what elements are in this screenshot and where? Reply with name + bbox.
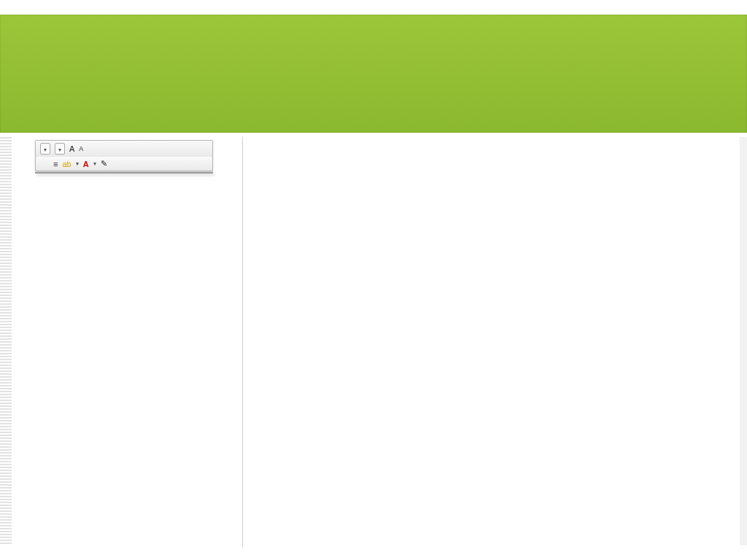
format-painter-icon[interactable]: ✎ (101, 159, 107, 168)
title-band (0, 15, 747, 133)
font-name-selector[interactable]: ▾ (40, 143, 50, 155)
highlight-icon[interactable]: ab (62, 160, 71, 168)
left-decoration-rail (0, 137, 12, 545)
grow-font-icon[interactable]: A (69, 144, 74, 153)
font-color-icon[interactable]: A (83, 160, 89, 168)
align-icon[interactable]: ≡ (53, 160, 58, 168)
slide-title (0, 15, 747, 39)
mini-toolbar-row2[interactable]: ≡ ab▾ A▾ ✎ (35, 157, 213, 171)
shrink-font-icon[interactable]: A (79, 145, 83, 152)
context-menu[interactable] (35, 172, 213, 174)
mini-toolbar[interactable]: ▾ ▾ A A (35, 140, 213, 158)
word-screenshot-snippet: ▾ ▾ A A ≡ ab▾ A▾ ✎ (12, 137, 243, 547)
font-size-selector[interactable]: ▾ (55, 143, 65, 155)
body-text (264, 150, 716, 162)
right-decoration-rail (740, 137, 747, 545)
